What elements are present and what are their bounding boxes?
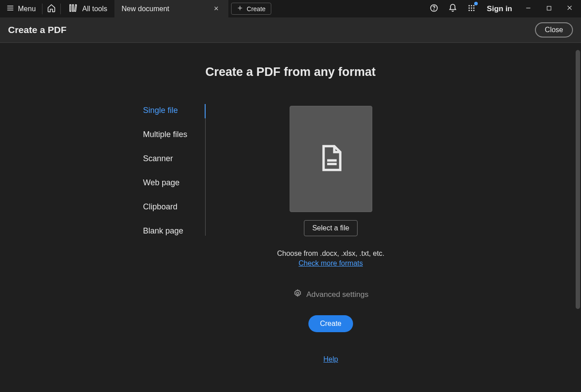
window-close-button[interactable] xyxy=(560,0,579,17)
tab-new-document[interactable]: New document × xyxy=(114,0,228,17)
document-icon xyxy=(316,140,345,178)
content-row: Single file Multiple files Scanner Web p… xyxy=(143,106,438,363)
help-icon xyxy=(429,4,438,14)
source-option-scanner[interactable]: Scanner xyxy=(143,154,198,163)
select-file-label: Select a file xyxy=(312,224,349,232)
svg-point-13 xyxy=(469,8,470,8)
check-formats-link[interactable]: Check more formats xyxy=(299,259,363,267)
window-maximize-button[interactable] xyxy=(539,0,559,17)
source-option-multiple-files[interactable]: Multiple files xyxy=(143,130,198,139)
tools-icon xyxy=(68,4,77,14)
svg-point-9 xyxy=(434,9,434,10)
apps-button[interactable] xyxy=(463,0,480,17)
page-title: Create a PDF xyxy=(8,25,67,35)
menu-label: Menu xyxy=(18,5,36,13)
minimize-icon xyxy=(525,5,531,13)
svg-point-11 xyxy=(472,5,472,6)
close-icon: × xyxy=(214,4,219,13)
maximize-icon xyxy=(546,5,552,13)
source-option-single-file[interactable]: Single file xyxy=(143,106,198,115)
svg-rect-4 xyxy=(72,4,74,11)
all-tools-label: All tools xyxy=(82,5,107,13)
create-button-top[interactable]: Create xyxy=(231,3,271,15)
svg-point-14 xyxy=(472,8,472,8)
create-top-label: Create xyxy=(247,5,265,13)
gear-icon xyxy=(293,289,302,300)
scrollbar-thumb[interactable] xyxy=(576,50,580,309)
bell-icon xyxy=(448,4,457,14)
svg-point-12 xyxy=(474,5,475,6)
source-option-blank-page[interactable]: Blank page xyxy=(143,226,198,236)
tab-title: New document xyxy=(122,5,169,13)
source-option-web-page[interactable]: Web page xyxy=(143,178,198,188)
svg-rect-3 xyxy=(70,4,71,11)
notifications-button[interactable] xyxy=(444,0,462,17)
apps-grid-icon xyxy=(467,4,476,14)
menu-button[interactable]: Menu xyxy=(0,0,42,17)
svg-point-25 xyxy=(296,292,299,295)
close-button[interactable]: Close xyxy=(535,22,573,38)
create-label: Create xyxy=(320,320,341,327)
home-icon xyxy=(47,4,56,14)
main-content: Create a PDF from any format Single file… xyxy=(0,43,581,392)
source-option-clipboard[interactable]: Clipboard xyxy=(143,202,198,212)
plus-icon xyxy=(237,5,243,13)
titlebar: Menu All tools New document × Create xyxy=(0,0,581,17)
close-icon xyxy=(566,4,573,13)
svg-point-10 xyxy=(469,5,470,6)
all-tools-button[interactable]: All tools xyxy=(61,0,114,17)
svg-rect-20 xyxy=(547,6,551,10)
close-label: Close xyxy=(545,26,563,33)
center-panel: Select a file Choose from .docx, .xlsx, … xyxy=(223,106,438,363)
sign-in-button[interactable]: Sign in xyxy=(481,4,518,13)
svg-point-16 xyxy=(469,10,470,11)
right-icons: Sign in xyxy=(425,0,581,17)
sign-in-label: Sign in xyxy=(487,4,512,13)
svg-rect-5 xyxy=(75,4,77,11)
advanced-label: Advanced settings xyxy=(307,290,369,299)
main-heading: Create a PDF from any format xyxy=(205,65,375,79)
tab-close-button[interactable]: × xyxy=(211,3,222,14)
svg-point-18 xyxy=(474,10,475,11)
svg-point-15 xyxy=(474,8,475,8)
hamburger-icon xyxy=(6,4,14,14)
help-button-top[interactable] xyxy=(425,0,443,17)
window-minimize-button[interactable] xyxy=(518,0,538,17)
advanced-settings-button[interactable]: Advanced settings xyxy=(293,289,369,300)
page-header: Create a PDF Close xyxy=(0,17,581,43)
help-link[interactable]: Help xyxy=(324,355,338,363)
select-file-button[interactable]: Select a file xyxy=(304,220,358,236)
create-button[interactable]: Create xyxy=(308,315,353,332)
svg-point-17 xyxy=(472,10,472,11)
source-list: Single file Multiple files Scanner Web p… xyxy=(143,106,206,236)
format-hint: Choose from .docx, .xlsx, .txt, etc. xyxy=(277,250,384,258)
file-preview-placeholder xyxy=(290,106,372,212)
home-button[interactable] xyxy=(42,0,60,17)
